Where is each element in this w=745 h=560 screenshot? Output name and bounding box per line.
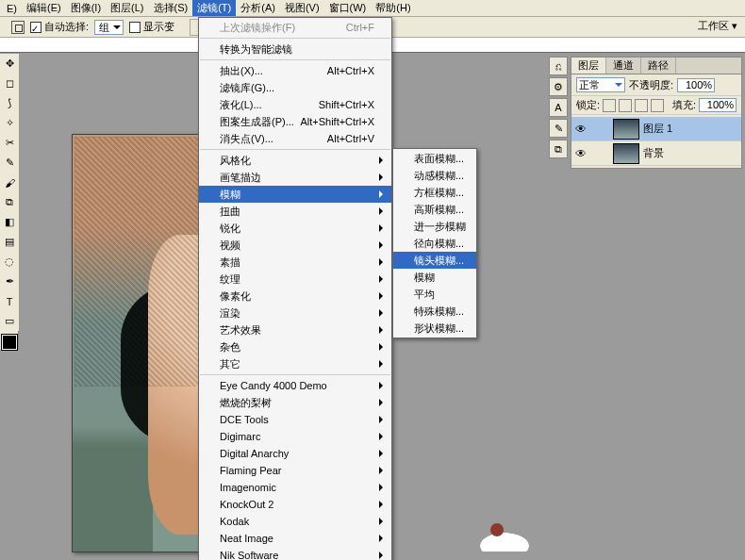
auto-select-dropdown[interactable]: 组 (94, 20, 124, 35)
menu-item[interactable]: Digital Anarchy (199, 445, 391, 462)
show-transform-checkbox[interactable] (129, 22, 141, 33)
menu-item[interactable]: 燃烧的梨树 (199, 394, 391, 411)
menu-item[interactable]: 素描 (199, 254, 391, 271)
menu-item[interactable]: 视频 (199, 237, 391, 254)
palette-well: ⎌ ⚙ A ✎ ⧉ (549, 57, 568, 158)
menu-item[interactable]: 杂色 (199, 338, 391, 355)
shape-tool[interactable]: ▭ (0, 311, 19, 331)
blend-mode-dropdown[interactable]: 正常 (576, 77, 625, 92)
menu-item[interactable]: Eye Candy 4000 Demo (199, 377, 391, 394)
menu-window[interactable]: 窗口(W) (324, 0, 372, 16)
menu-item[interactable]: 模糊 (199, 186, 391, 203)
menu-file[interactable]: E) (2, 2, 22, 15)
menu-item[interactable]: 消失点(V)...Alt+Ctrl+V (199, 130, 391, 147)
menu-item[interactable]: 像素化 (199, 288, 391, 305)
lock-all-icon[interactable] (651, 99, 664, 112)
submenu-item[interactable]: 方框模糊... (393, 184, 476, 201)
menu-item[interactable]: 抽出(X)...Alt+Ctrl+X (199, 62, 391, 79)
history-palette-icon[interactable]: ⎌ (549, 57, 568, 75)
submenu-item[interactable]: 平均 (393, 286, 476, 303)
layer-row[interactable]: 图层 1 (571, 117, 741, 141)
menu-item[interactable]: KnockOut 2 (199, 496, 391, 513)
eyedropper-tool[interactable]: ✎ (0, 153, 19, 173)
brushes-palette-icon[interactable]: ✎ (549, 119, 568, 138)
submenu-item[interactable]: 表面模糊... (393, 150, 476, 167)
layer-name[interactable]: 背景 (643, 146, 664, 160)
menu-edit[interactable]: 编辑(E) (22, 0, 66, 16)
menu-item[interactable]: 锐化 (199, 220, 391, 237)
crop-tool[interactable]: ✂ (0, 133, 19, 153)
submenu-item[interactable]: 镜头模糊... (393, 252, 476, 269)
menu-item[interactable]: 扭曲 (199, 203, 391, 220)
palettes-column: 图层 通道 路径 正常 不透明度: 100% 锁定: 填充: 100% 图层 1 (571, 57, 742, 174)
eraser-tool[interactable]: ◧ (0, 212, 19, 232)
move-tool-icon (11, 21, 25, 34)
workspace-dropdown[interactable]: 工作区 ▾ (698, 19, 737, 33)
menu-item[interactable]: 风格化 (199, 152, 391, 169)
stamp-tool[interactable]: ⧉ (0, 192, 19, 212)
tab-paths[interactable]: 路径 (641, 58, 676, 74)
menu-item[interactable]: 液化(L)...Shift+Ctrl+X (199, 96, 391, 113)
menu-item[interactable]: DCE Tools (199, 411, 391, 428)
menu-item[interactable]: 纹理 (199, 271, 391, 288)
menu-item[interactable]: 图案生成器(P)...Alt+Shift+Ctrl+X (199, 113, 391, 130)
submenu-item[interactable]: 径向模糊... (393, 235, 476, 252)
lock-image-icon[interactable] (619, 99, 632, 112)
opacity-label: 不透明度: (629, 78, 673, 92)
submenu-item[interactable]: 形状模糊... (393, 320, 476, 337)
submenu-item[interactable]: 进一步模糊 (393, 218, 476, 235)
menu-item[interactable]: 艺术效果 (199, 321, 391, 338)
submenu-item[interactable]: 模糊 (393, 269, 476, 286)
tab-layers[interactable]: 图层 (571, 58, 606, 74)
path-tool[interactable]: ✒ (0, 272, 19, 291)
menu-item[interactable]: 其它 (199, 355, 391, 372)
menu-layer[interactable]: 图层(L) (106, 0, 148, 16)
menu-item[interactable]: 滤镜库(G)... (199, 79, 391, 96)
layer-thumb (613, 143, 639, 164)
menu-item[interactable]: Nik Software (199, 547, 391, 560)
menu-item[interactable]: Flaming Pear (199, 462, 391, 479)
menu-select[interactable]: 选择(S) (149, 0, 193, 16)
menu-image[interactable]: 图像(I) (66, 0, 106, 16)
decorative-illustration (462, 523, 547, 552)
layer-row[interactable]: 背景 (571, 141, 741, 166)
menu-filter[interactable]: 滤镜(T) (192, 0, 236, 16)
lasso-tool[interactable]: ⟆ (0, 93, 19, 113)
submenu-item[interactable]: 高斯模糊... (393, 201, 476, 218)
layers-palette: 图层 通道 路径 正常 不透明度: 100% 锁定: 填充: 100% 图层 1 (571, 57, 742, 169)
menu-item[interactable]: 渲染 (199, 305, 391, 321)
lock-position-icon[interactable] (635, 99, 648, 112)
menu-item[interactable]: 画笔描边 (199, 169, 391, 186)
menu-item: 上次滤镜操作(F)Ctrl+F (199, 19, 391, 36)
menu-help[interactable]: 帮助(H) (371, 0, 415, 16)
brush-tool[interactable]: 🖌 (0, 173, 19, 192)
marquee-tool[interactable]: ◻ (0, 74, 19, 93)
submenu-item[interactable]: 动感模糊... (393, 167, 476, 184)
menu-analysis[interactable]: 分析(A) (236, 0, 280, 16)
menu-view[interactable]: 视图(V) (280, 0, 324, 16)
visibility-eye-icon[interactable] (571, 147, 590, 160)
menu-item[interactable]: Imagenomic (199, 479, 391, 496)
character-palette-icon[interactable]: A (549, 98, 568, 117)
blur-tool[interactable]: ◌ (0, 252, 19, 272)
wand-tool[interactable]: ✧ (0, 113, 19, 133)
actions-palette-icon[interactable]: ⚙ (549, 77, 568, 96)
lock-transparent-icon[interactable] (603, 99, 616, 112)
auto-select-checkbox[interactable] (30, 22, 41, 33)
blur-submenu: 表面模糊...动感模糊...方框模糊...高斯模糊...进一步模糊径向模糊...… (392, 148, 477, 338)
gradient-tool[interactable]: ▤ (0, 232, 19, 252)
menu-item[interactable]: Neat Image (199, 530, 391, 547)
visibility-eye-icon[interactable] (571, 123, 590, 136)
foreground-color-swatch[interactable] (2, 335, 17, 350)
type-tool[interactable]: T (0, 291, 19, 311)
menu-item[interactable]: Digimarc (199, 428, 391, 445)
submenu-item[interactable]: 特殊模糊... (393, 303, 476, 320)
layer-name[interactable]: 图层 1 (643, 122, 672, 136)
tab-channels[interactable]: 通道 (606, 58, 641, 74)
fill-field[interactable]: 100% (699, 98, 737, 112)
move-tool[interactable]: ✥ (0, 54, 19, 74)
opacity-field[interactable]: 100% (677, 78, 715, 92)
layercomps-palette-icon[interactable]: ⧉ (549, 140, 568, 158)
menu-item[interactable]: Kodak (199, 513, 391, 530)
menu-item[interactable]: 转换为智能滤镜 (199, 41, 391, 58)
